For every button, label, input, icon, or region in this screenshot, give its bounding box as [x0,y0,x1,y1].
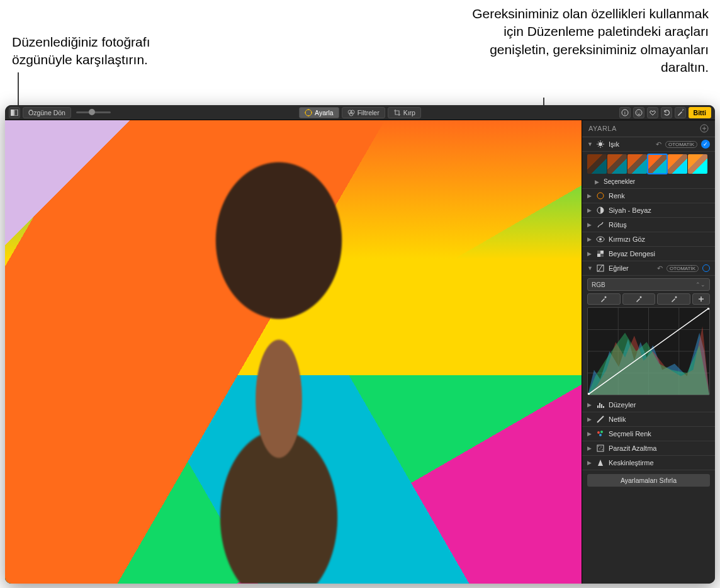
panel-noise[interactable]: ▶ Parazit Azaltma [582,441,715,456]
disclosure-right-icon[interactable]: ▶ [587,207,592,213]
disclosure-right-icon[interactable]: ▶ [587,460,592,466]
panel-options[interactable]: ▶ Seçenekler [582,175,715,189]
svg-point-35 [605,297,607,298]
reset-adjustments-button[interactable]: Ayarlamaları Sıfırla [587,474,710,487]
compare-button[interactable] [9,107,20,118]
panel-levels-label: Düzeyler [609,401,710,409]
svg-point-59 [599,448,600,449]
panel-levels[interactable]: ▶ Düzeyler [582,398,715,412]
svg-rect-56 [597,445,604,451]
photo-canvas[interactable] [5,120,582,584]
tab-filters[interactable]: Filtreler [342,107,385,118]
svg-point-37 [675,297,677,298]
svg-rect-0 [11,110,14,116]
retouch-icon [596,220,605,229]
auto-light-button[interactable]: OTOMATİK [665,141,697,148]
revert-label: Özgüne Dön [28,109,65,116]
photo-image [5,120,582,584]
photo-editor-window: Özgüne Dön Ayarla Filtreler Kırp [5,105,715,584]
auto-curves-button[interactable]: OTOMATİK [667,265,699,272]
panel-sharpen[interactable]: ▶ Keskinleştirme [582,456,715,470]
callout-compare: Düzenlediğiniz fotoğrafı özgünüyle karşı… [12,33,176,69]
content-area: AYARLA ▼ Işık ↶ OTOMATİK ✓ [5,120,715,584]
light-preset-3[interactable] [627,154,647,174]
levels-icon [596,400,605,409]
light-preset-1[interactable] [587,154,607,174]
undo-light-button[interactable]: ↶ [656,140,661,149]
rotate-button[interactable] [661,107,672,118]
revert-button[interactable]: Özgüne Dön [23,107,71,118]
curves-channel-label: RGB [592,281,605,288]
panel-bw[interactable]: ▶ Siyah - Beyaz [582,203,715,218]
light-preset-5[interactable] [668,154,687,174]
panel-wb[interactable]: ▶ Beyaz Dengesi [582,247,715,261]
svg-rect-32 [597,251,600,254]
panel-sharpen-label: Keskinleştirme [609,459,710,466]
svg-rect-50 [599,403,600,408]
eyedrop-gray[interactable] [622,293,656,305]
svg-point-54 [600,431,603,433]
curves-channel-select[interactable]: RGB ⌃⌄ [587,278,710,291]
svg-rect-52 [603,406,604,408]
panel-curves-label: Eğriler [609,264,653,272]
tab-crop[interactable]: Kırp [388,107,421,118]
favorite-button[interactable] [647,107,658,118]
panel-retouch[interactable]: ▶ Rötuş [582,218,715,232]
adjust-icon [305,109,312,116]
zoom-slider[interactable] [76,111,111,113]
svg-point-13 [637,111,638,112]
panel-wb-label: Beyaz Dengesi [609,250,710,257]
panel-curves[interactable]: ▼ Eğriler ↶ OTOMATİK [582,261,715,276]
disclosure-down-icon[interactable]: ▼ [587,141,592,147]
curves-histogram[interactable] [587,307,710,395]
panel-redeye-label: Kırmızı Göz [609,235,710,243]
disclosure-right-icon[interactable]: ▶ [587,222,592,228]
done-label: Bitti [694,109,706,116]
disclosure-right-icon[interactable]: ▶ [595,179,600,185]
disclosure-right-icon[interactable]: ▶ [587,416,592,422]
undo-curves-button[interactable]: ↶ [657,264,663,273]
bw-icon [596,206,605,215]
add-point-button[interactable] [692,293,710,305]
faces-button[interactable] [633,107,644,118]
disclosure-right-icon[interactable]: ▶ [587,431,592,437]
svg-text:i: i [624,110,626,116]
svg-point-53 [597,431,600,434]
svg-rect-49 [597,405,599,408]
disclosure-right-icon[interactable]: ▶ [587,193,592,199]
light-preset-2[interactable] [607,154,627,174]
curves-eyedroppers [582,293,715,307]
panel-color-label: Renk [609,192,710,200]
light-preset-6[interactable] [688,154,707,174]
add-adjustment-button[interactable] [700,124,709,133]
panel-redeye[interactable]: ▶ Kırmızı Göz [582,232,715,247]
done-button[interactable]: Bitti [689,107,711,118]
light-enabled-check[interactable]: ✓ [701,140,710,149]
curves-enabled-toggle[interactable] [702,264,710,272]
svg-point-30 [599,238,602,240]
enhance-button[interactable] [675,107,686,118]
tab-adjust-label: Ayarla [315,109,334,116]
svg-line-23 [598,142,599,142]
tab-filters-label: Filtreler [357,109,380,116]
eyedrop-white[interactable] [657,293,690,305]
panel-selcolor[interactable]: ▶ Seçmeli Renk [582,427,715,441]
disclosure-right-icon[interactable]: ▶ [587,445,592,451]
svg-point-18 [599,142,602,146]
disclosure-down-icon[interactable]: ▼ [587,265,592,271]
crop-icon [393,109,401,116]
disclosure-right-icon[interactable]: ▶ [587,251,592,257]
svg-line-25 [598,146,599,147]
svg-point-60 [602,449,602,449]
info-button[interactable]: i [619,107,631,118]
selcolor-icon [596,429,605,438]
panel-definition[interactable]: ▶ Netlik [582,412,715,427]
disclosure-right-icon[interactable]: ▶ [587,236,592,242]
light-preset-4[interactable] [648,154,667,174]
panel-color[interactable]: ▶ Renk [582,189,715,203]
svg-rect-51 [601,404,602,408]
eyedrop-black[interactable] [587,293,621,305]
panel-light[interactable]: ▼ Işık ↶ OTOMATİK ✓ [582,137,715,152]
disclosure-right-icon[interactable]: ▶ [587,402,592,408]
tab-adjust[interactable]: Ayarla [299,107,339,118]
